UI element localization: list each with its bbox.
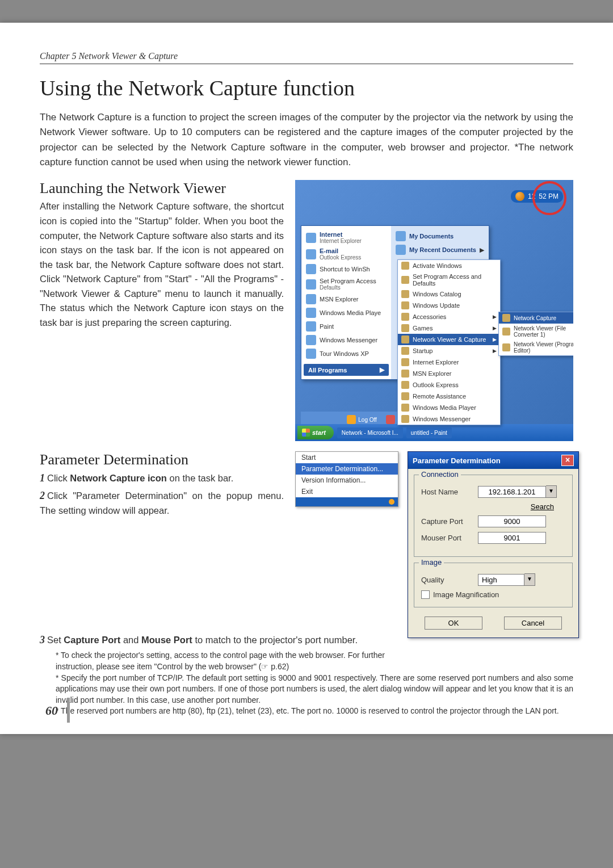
start-recent[interactable]: My Recent Documents▶: [393, 243, 486, 257]
start-mydocs[interactable]: My Documents: [393, 229, 486, 243]
ok-button[interactable]: OK: [425, 617, 482, 630]
logoff-icon: [347, 415, 356, 424]
step-2: 2Click "Parameter Determination" on the …: [40, 488, 284, 518]
wmp-icon: [401, 404, 409, 412]
menu-wm[interactable]: Windows Messenger: [398, 413, 500, 425]
all-programs-button[interactable]: All Programs ▶: [304, 364, 389, 376]
submenu-network-capture[interactable]: Network Capture: [499, 312, 573, 324]
logoff-button[interactable]: Log Off: [347, 415, 377, 424]
capture-port-label: Capture Port: [421, 517, 478, 526]
folder-icon: [396, 231, 406, 241]
menu-network-viewer-capture[interactable]: Network Viewer & Capture▶: [398, 334, 500, 345]
cancel-button[interactable]: Cancel: [504, 617, 562, 630]
setprog-icon: [306, 279, 316, 290]
image-group: Image Quality High ▼ Image Magnifica: [414, 563, 573, 607]
menu-ra[interactable]: Remote Assistance: [398, 391, 500, 402]
chevron-right-icon: ▶: [380, 366, 384, 374]
capture-icon: [502, 314, 510, 322]
section-launching-title: Launching the Network Viewer: [40, 180, 284, 197]
start-paint[interactable]: Paint: [304, 320, 389, 333]
folder-icon: [401, 324, 409, 332]
start-shortcut[interactable]: Shortcut to WinSh: [304, 262, 389, 276]
menu-catalog[interactable]: Windows Catalog: [398, 288, 500, 300]
windows-desktop-screenshot: 12 52 PM Internet Internet Explorer: [295, 180, 573, 441]
hostname-label: Host Name: [421, 488, 478, 496]
search-link[interactable]: Search: [421, 502, 554, 511]
chevron-right-icon: ▶: [493, 337, 497, 342]
start-wmp[interactable]: Windows Media Playe: [304, 306, 389, 320]
start-button[interactable]: start: [297, 426, 334, 439]
folder-icon: [401, 313, 409, 321]
section-launching-body: After installing the Network Capture sof…: [40, 199, 284, 330]
taskbar-item-network[interactable]: Network - Microsoft I...: [337, 427, 403, 438]
menu-accessories[interactable]: Accessories▶: [398, 311, 500, 322]
start-msn[interactable]: MSN Explorer: [304, 292, 389, 306]
start-internet[interactable]: Internet Internet Explorer: [304, 229, 389, 246]
gear-icon: [401, 276, 409, 284]
menu-games[interactable]: Games▶: [398, 322, 500, 334]
capture-port-input[interactable]: 9000: [478, 515, 546, 527]
mouser-port-input[interactable]: 9001: [478, 532, 546, 544]
start-email[interactable]: E-mail Outlook Express: [304, 246, 389, 262]
note-2: * Specify the port number of TCP/IP. The…: [56, 673, 573, 706]
ctx-parameter-determination[interactable]: Parameter Determination...: [296, 463, 398, 475]
folder-icon: [401, 347, 409, 355]
quality-label: Quality: [421, 576, 478, 584]
dialog-title-text: Parameter Determination: [413, 456, 501, 465]
hostname-dropdown-button[interactable]: ▼: [546, 485, 557, 498]
dialog-titlebar: Parameter Determination ×: [408, 452, 578, 469]
magnification-row: Image Magnification: [421, 590, 565, 599]
chapter-title: Chapter 5 Network Viewer & Capture: [40, 51, 178, 61]
tray-icon: [389, 499, 394, 505]
chevron-right-icon: ▶: [493, 325, 497, 331]
note-1: * To check the projector's setting, acce…: [56, 650, 385, 672]
quality-dropdown-button[interactable]: ▼: [524, 573, 535, 586]
ctx-version[interactable]: Version Information...: [296, 475, 398, 486]
connection-legend: Connection: [419, 470, 461, 479]
folder-icon: [401, 336, 409, 343]
magnification-checkbox[interactable]: [421, 590, 430, 599]
key-icon: [401, 262, 409, 270]
menu-startup[interactable]: Startup▶: [398, 345, 500, 357]
editor-icon: [502, 343, 510, 351]
ctx-start[interactable]: Start: [296, 452, 398, 463]
shortcut-icon: [306, 264, 316, 274]
close-button[interactable]: ×: [561, 455, 574, 466]
mouser-port-label: Mouser Port: [421, 534, 478, 542]
messenger-icon: [401, 415, 409, 423]
start-tour[interactable]: Tour Windows XP: [304, 347, 389, 360]
ctx-systray: [296, 497, 398, 506]
image-legend: Image: [419, 558, 444, 567]
start-setprog[interactable]: Set Program Access Defaults: [304, 276, 389, 292]
folder-icon: [396, 245, 406, 255]
menu-activate[interactable]: Activate Windows: [398, 260, 500, 271]
chevron-right-icon: ▶: [493, 348, 497, 354]
menu-setprog[interactable]: Set Program Access and Defaults: [398, 271, 500, 288]
step-1: 1Click Network Capture icon on the task …: [40, 471, 284, 486]
wmp-icon: [306, 308, 316, 318]
menu-wmp[interactable]: Windows Media Player: [398, 402, 500, 413]
menu-ie[interactable]: Internet Explorer: [398, 357, 500, 368]
taskbar: start Network - Microsoft I... untitled …: [295, 424, 573, 441]
converter-icon: [502, 328, 510, 336]
tour-icon: [306, 349, 316, 359]
step-number: 3: [40, 634, 45, 645]
hostname-input[interactable]: 192.168.1.201: [478, 486, 546, 498]
menu-msn[interactable]: MSN Explorer: [398, 368, 500, 379]
tray-context-menu: Start Parameter Determination... Version…: [295, 451, 398, 507]
submenu-file-converter[interactable]: Network Viewer (File Converter 1): [499, 324, 573, 339]
step-number: 2: [40, 490, 45, 501]
taskbar-item-paint[interactable]: untitled - Paint: [406, 427, 452, 438]
tray-capture-icon[interactable]: [515, 192, 524, 201]
ctx-exit[interactable]: Exit: [296, 486, 398, 497]
paint-icon: [306, 321, 316, 332]
submenu-program-editor[interactable]: Network Viewer (Program Editor): [499, 339, 573, 355]
all-programs-menu: Activate Windows Set Program Access and …: [397, 259, 501, 425]
menu-update[interactable]: Windows Update: [398, 300, 500, 311]
update-icon: [401, 301, 409, 309]
quality-select[interactable]: High: [478, 574, 524, 586]
start-messenger[interactable]: Windows Messenger: [304, 333, 389, 347]
menu-oe[interactable]: Outlook Express: [398, 379, 500, 391]
highlight-circle: [532, 181, 566, 215]
intro-paragraph: The Network Capture is a function to pro…: [40, 110, 573, 170]
